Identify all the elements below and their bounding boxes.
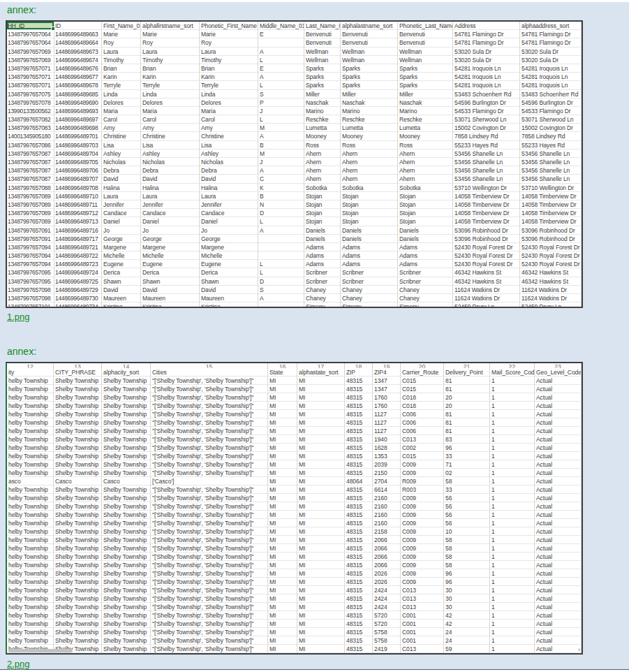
cell: Actual	[535, 628, 582, 636]
table-row: helby TownshipShelby TownshipShelby Town…	[7, 544, 582, 553]
image-link-1png[interactable]: 1.png	[7, 312, 30, 322]
cell: 2160	[373, 511, 401, 519]
cell: MI	[268, 561, 297, 569]
cell: Actual	[535, 544, 582, 553]
cell: 2424	[373, 594, 401, 603]
cell: 13487997657078	[7, 98, 54, 107]
cell: Wellman	[341, 48, 398, 56]
cell: 13487997657091	[7, 226, 54, 235]
column-number: 14	[102, 363, 151, 368]
cell: Laura	[102, 48, 141, 56]
cell: Shelby Township	[102, 485, 151, 494]
cell: C	[258, 175, 304, 183]
cell: Shelby Township	[102, 544, 151, 553]
cell: 14486996489712	[54, 209, 102, 217]
cell: Ahern	[341, 149, 398, 158]
cell: Lisa	[141, 141, 200, 149]
cell: C006	[401, 427, 444, 435]
cell: 1	[490, 452, 535, 460]
cell: 53020 Sula Dr	[520, 48, 582, 56]
cell: 2066	[373, 561, 401, 569]
column-header: alphacity_sort	[102, 368, 151, 377]
table-row: 1348799765707114486996489677KarinKarinKa…	[7, 73, 582, 81]
cell: 13487997657094	[7, 251, 54, 260]
cell: Laura	[141, 48, 200, 56]
cell: 13487997657094	[7, 243, 54, 251]
cell: 2026	[373, 569, 401, 578]
cell: MI	[268, 636, 297, 645]
cell: Shelby Township	[54, 502, 102, 511]
cell: Maria	[141, 107, 200, 115]
cell: Amy	[102, 124, 141, 132]
cell: 30	[444, 586, 490, 594]
cell: Michelle	[200, 251, 258, 260]
cell: 13487997657088	[7, 184, 54, 192]
cell: Adams	[341, 251, 398, 260]
cell: helby Township	[7, 561, 54, 569]
cell: "['Shelby Township', 'Shelby Township']"	[151, 494, 268, 502]
cell: 1	[490, 620, 535, 628]
table-row: helby TownshipShelby TownshipShelby Town…	[7, 578, 582, 586]
cell: Shelby Township	[102, 611, 151, 620]
cell: 48064	[345, 477, 373, 485]
cell: L	[258, 56, 304, 64]
column-header: First_Name_01	[102, 22, 141, 30]
cell: 52430 Royal Forest Dr	[520, 251, 582, 260]
cell: "['Shelby Township', 'Shelby Township']"	[151, 628, 268, 636]
cell: Casco	[54, 477, 102, 485]
cell: R003	[401, 485, 444, 494]
cell: 1	[490, 410, 535, 418]
cell: Eugene	[141, 260, 200, 268]
cell: helby Township	[7, 427, 54, 435]
cell: 48315	[345, 586, 373, 594]
cell: 1	[490, 553, 535, 561]
cell: George	[141, 235, 200, 243]
cell: Shawn	[102, 277, 141, 286]
cell: "['Shelby Township', 'Shelby Township']"	[151, 377, 268, 385]
cell: "['Shelby Township', 'Shelby Township']"	[151, 444, 268, 452]
cell: C013	[401, 435, 444, 444]
cell: 54281 Iroquois Ln	[520, 73, 582, 81]
cell: MI	[268, 435, 297, 444]
column-header: ity	[7, 368, 54, 377]
cell: L	[258, 217, 304, 226]
cell: "['Shelby Township', 'Shelby Township']"	[151, 485, 268, 494]
table-row: 1348799765709514486996489724DericaDerica…	[7, 268, 582, 277]
cell: Christine	[141, 132, 200, 140]
cell: "['Shelby Township', 'Shelby Township']"	[151, 393, 268, 402]
cell: MI	[297, 628, 345, 636]
table-row: 1348799765708914486996489711JenniferJenn…	[7, 200, 582, 209]
table-row: 1348799765708914486996489713DanielDaniel…	[7, 217, 582, 226]
table-row: 1348799765707114486996489678TerryleTerry…	[7, 81, 582, 89]
table-row: helby TownshipShelby TownshipShelby Town…	[7, 611, 582, 620]
cell: L	[258, 268, 304, 277]
cell: 48315	[345, 628, 373, 636]
cell: 81	[444, 410, 490, 418]
cell: 7858 Lindsey Rd	[453, 132, 520, 140]
cell: 14486996489690	[54, 98, 102, 107]
cell: C013	[401, 586, 444, 594]
cell: 42	[444, 611, 490, 620]
scroll-right-icon[interactable]: ›	[578, 647, 580, 653]
cell: Shelby Township	[102, 553, 151, 561]
cell: 14486996489674	[54, 56, 102, 64]
image-link-2png[interactable]: 2.png	[7, 659, 30, 669]
cell: Shelby Township	[54, 494, 102, 502]
cell: 13487997657069	[7, 56, 54, 64]
cell: 53710 Wellington Dr	[520, 184, 582, 192]
cell: 2424	[373, 586, 401, 594]
cell: A	[258, 226, 304, 235]
cell: Derica	[200, 268, 258, 277]
cell: 52459 Drury Ln	[520, 302, 582, 308]
cell: Shelby Township	[54, 628, 102, 636]
horizontal-scrollbar-thumb[interactable]	[8, 649, 73, 652]
cell: Shelby Township	[102, 435, 151, 444]
cell: 56	[444, 519, 490, 527]
cell: 13990133500562	[7, 107, 54, 115]
cell: C013	[401, 603, 444, 611]
spreadsheet-image-2: 121314151617181920212223ityCITY_PHRASEal…	[6, 362, 583, 655]
cell: C009	[401, 460, 444, 469]
cell: C009	[401, 527, 444, 536]
cell: MI	[297, 502, 345, 511]
cell: 1347	[373, 385, 401, 393]
